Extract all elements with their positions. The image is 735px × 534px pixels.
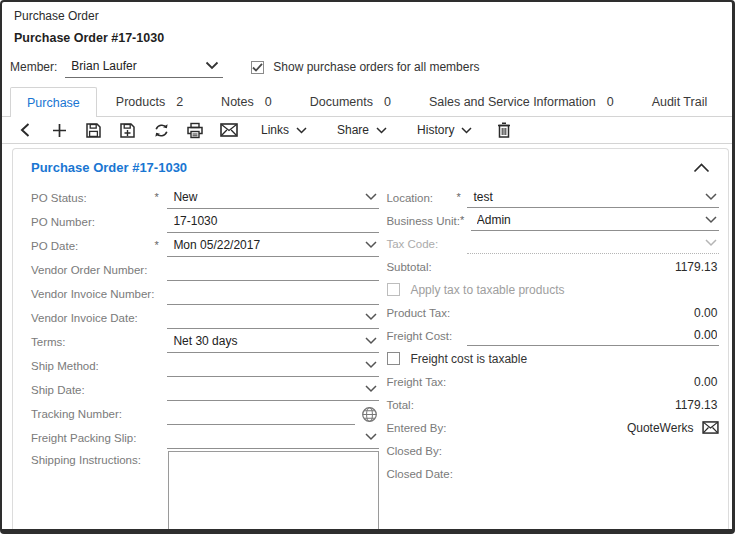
purchase-order-card: Purchase Order #17-1030 PO Status: * New… (12, 148, 729, 531)
show-all-members-label: Show purchase orders for all members (273, 60, 479, 74)
chevron-down-icon (296, 127, 307, 134)
shipping-instructions-textarea[interactable] (168, 451, 379, 532)
links-menu-label: Links (261, 123, 289, 137)
printer-icon (186, 122, 204, 139)
po-number-input[interactable] (173, 214, 377, 228)
field-apply-tax: Apply tax to taxable products (386, 278, 719, 301)
field-shipping-instructions: Shipping Instructions: (31, 451, 379, 532)
freight-cost-input[interactable] (473, 328, 717, 342)
tab-notes[interactable]: Notes 0 (202, 87, 291, 116)
tab-products[interactable]: Products 2 (97, 87, 202, 116)
collapse-section-button[interactable] (691, 161, 712, 175)
field-entered-by: Entered By: QuoteWerks (386, 416, 719, 439)
entered-by-label: Entered By: (386, 422, 627, 434)
vendor-invoice-date-select[interactable] (167, 308, 379, 329)
form-left-column: PO Status: * New PO Number: PO Date: (31, 186, 379, 532)
show-all-members-checkbox[interactable] (251, 61, 264, 74)
chevron-up-icon (693, 163, 710, 173)
entered-by-value: QuoteWerks (627, 421, 695, 435)
field-ship-method: Ship Method: (31, 354, 379, 378)
closed-date-label: Closed Date: (386, 468, 717, 480)
freight-packing-slip-select[interactable] (167, 428, 379, 449)
field-freight-taxable: Freight cost is taxable (386, 347, 719, 370)
ship-date-select[interactable] (167, 380, 379, 401)
po-date-select[interactable]: Mon 05/22/2017 (167, 236, 379, 257)
ship-method-select[interactable] (167, 356, 379, 377)
card-title: Purchase Order #17-1030 (31, 160, 187, 175)
freight-taxable-label: Freight cost is taxable (410, 352, 527, 366)
chevron-down-icon (365, 241, 377, 249)
chevron-down-icon (365, 433, 377, 441)
field-location: Location: * test (386, 186, 719, 209)
chevron-down-icon (365, 313, 377, 321)
field-vendor-invoice-number: Vendor Invoice Number: (31, 282, 379, 306)
tab-strip: Purchase Products 2 Notes 0 Documents 0 … (2, 87, 732, 117)
tax-code-select-disabled (467, 233, 719, 254)
tab-sales-service[interactable]: Sales and Service Information 0 (410, 87, 633, 116)
history-menu-label: History (417, 123, 454, 137)
purchase-order-window: Purchase Order Purchase Order #17-1030 M… (0, 0, 735, 534)
business-unit-label: Business Unit: (386, 215, 460, 227)
save-icon (85, 122, 102, 139)
location-select[interactable]: test (467, 187, 719, 208)
save-and-close-button[interactable] (110, 117, 144, 143)
chevron-down-icon (705, 193, 717, 201)
tab-notes-count: 0 (265, 95, 272, 109)
toolbar: Links Share History (2, 117, 732, 144)
po-number-label: PO Number: (31, 216, 154, 228)
email-button[interactable] (212, 117, 246, 143)
track-shipment-button[interactable] (361, 406, 378, 423)
field-closed-date: Closed Date: (386, 462, 719, 485)
terms-select[interactable]: Net 30 days (167, 332, 379, 353)
links-menu[interactable]: Links (246, 117, 322, 143)
tab-documents-label: Documents (310, 95, 373, 109)
save-button[interactable] (76, 117, 110, 143)
freight-taxable-checkbox[interactable] (387, 352, 400, 365)
share-menu[interactable]: Share (322, 117, 402, 143)
member-select-value: Brian Laufer (71, 59, 136, 73)
ship-method-label: Ship Method: (31, 360, 154, 372)
vendor-order-number-input-wrap (167, 260, 379, 281)
vendor-order-number-input[interactable] (173, 262, 377, 276)
field-freight-packing-slip: Freight Packing Slip: (31, 426, 379, 450)
tracking-number-input-wrap (167, 404, 355, 425)
tracking-number-input[interactable] (173, 406, 353, 420)
delete-button[interactable] (487, 117, 521, 143)
field-terms: Terms: Net 30 days (31, 330, 379, 354)
email-entered-by-button[interactable] (702, 421, 719, 434)
new-button[interactable] (42, 117, 76, 143)
po-status-select[interactable]: New (167, 188, 379, 209)
vendor-invoice-number-label: Vendor Invoice Number: (31, 288, 154, 300)
refresh-button[interactable] (144, 117, 178, 143)
print-button[interactable] (178, 117, 212, 143)
chevron-down-icon (376, 127, 387, 134)
product-tax-value: 0.00 (694, 306, 719, 320)
tab-documents[interactable]: Documents 0 (291, 87, 410, 116)
envelope-icon (702, 421, 719, 434)
globe-icon (361, 406, 378, 423)
vendor-invoice-number-input-wrap (167, 284, 379, 305)
po-date-value: Mon 05/22/2017 (173, 238, 365, 252)
freight-cost-label: Freight Cost: (386, 330, 456, 342)
field-vendor-invoice-date: Vendor Invoice Date: (31, 306, 379, 330)
tab-sales-service-count: 0 (607, 95, 614, 109)
apply-tax-checkbox (387, 283, 400, 296)
member-select[interactable]: Brian Laufer (65, 56, 223, 78)
history-menu[interactable]: History (402, 117, 487, 143)
closed-by-label: Closed By: (386, 445, 717, 457)
total-value: 1179.13 (675, 398, 720, 412)
ship-date-label: Ship Date: (31, 384, 154, 396)
field-product-tax: Product Tax: 0.00 (386, 301, 719, 324)
page-header: Purchase Order Purchase Order #17-1030 (2, 2, 732, 45)
vendor-invoice-number-input[interactable] (173, 286, 377, 300)
tab-audit-trail[interactable]: Audit Trail (633, 87, 727, 116)
back-button[interactable] (8, 117, 42, 143)
form-right-column: Location: * test Business Unit: * Admin (386, 186, 719, 485)
chevron-down-icon (365, 361, 377, 369)
business-unit-select[interactable]: Admin (471, 210, 720, 231)
tab-purchase[interactable]: Purchase (10, 87, 97, 117)
tab-purchase-label: Purchase (27, 96, 80, 110)
field-vendor-order-number: Vendor Order Number: (31, 258, 379, 282)
save-plus-icon (119, 122, 136, 139)
subtotal-value: 1179.13 (675, 260, 720, 274)
